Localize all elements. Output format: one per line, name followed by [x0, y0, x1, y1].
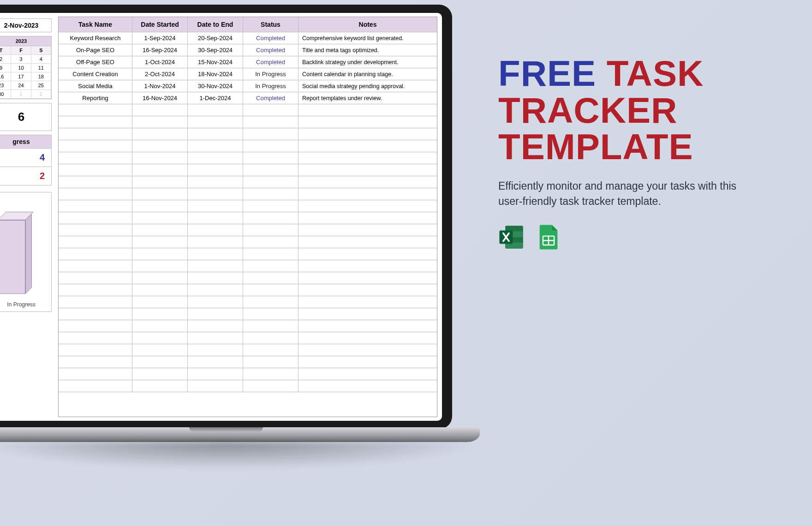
task-cell[interactable]	[188, 188, 243, 200]
task-cell[interactable]	[59, 116, 132, 128]
calendar-day-cell[interactable]: 10	[11, 64, 31, 72]
task-notes-cell[interactable]: Report templates under review.	[299, 92, 437, 104]
task-cell[interactable]	[132, 188, 188, 200]
task-cell[interactable]	[59, 212, 132, 224]
task-cell[interactable]	[243, 320, 299, 332]
task-cell[interactable]	[132, 356, 188, 368]
task-notes-cell[interactable]	[299, 344, 437, 356]
task-cell[interactable]	[243, 248, 299, 260]
task-cell[interactable]	[188, 344, 243, 356]
task-cell[interactable]	[59, 344, 132, 356]
task-cell[interactable]	[188, 332, 243, 344]
task-notes-cell[interactable]: Social media strategy pending approval.	[299, 80, 437, 92]
task-cell[interactable]: 20-Sep-2024	[188, 32, 243, 44]
task-notes-cell[interactable]	[299, 116, 437, 128]
task-cell[interactable]	[59, 368, 132, 380]
calendar-day-cell[interactable]: 30	[0, 90, 11, 99]
task-cell[interactable]: Keyword Research	[59, 32, 132, 44]
task-notes-cell[interactable]	[299, 200, 437, 212]
table-row[interactable]	[59, 308, 437, 320]
table-row[interactable]	[59, 104, 437, 116]
task-cell[interactable]	[243, 200, 299, 212]
task-cell[interactable]	[132, 176, 188, 188]
task-cell[interactable]	[132, 236, 188, 248]
task-cell[interactable]	[243, 128, 299, 140]
task-cell[interactable]	[59, 224, 132, 236]
task-cell[interactable]	[243, 212, 299, 224]
task-cell[interactable]	[59, 332, 132, 344]
task-cell[interactable]: On-Page SEO	[59, 44, 132, 56]
calendar-day-cell[interactable]: 23	[0, 81, 11, 90]
task-cell[interactable]	[132, 200, 188, 212]
task-cell[interactable]	[59, 260, 132, 272]
task-notes-cell[interactable]	[299, 272, 437, 284]
task-cell[interactable]	[59, 188, 132, 200]
table-row[interactable]: Off-Page SEO1-Oct-202415-Nov-2024Complet…	[59, 56, 437, 68]
task-cell[interactable]	[243, 224, 299, 236]
task-cell[interactable]	[188, 320, 243, 332]
task-cell[interactable]	[132, 284, 188, 296]
table-row[interactable]: Content Creation2-Oct-202418-Nov-2024In …	[59, 68, 437, 80]
task-cell[interactable]	[188, 164, 243, 176]
task-notes-cell[interactable]	[299, 188, 437, 200]
task-cell[interactable]	[243, 140, 299, 152]
table-row[interactable]	[59, 128, 437, 140]
task-cell[interactable]	[188, 176, 243, 188]
table-row[interactable]	[59, 152, 437, 164]
task-notes-cell[interactable]	[299, 236, 437, 248]
table-row[interactable]	[59, 356, 437, 368]
table-row[interactable]	[59, 296, 437, 308]
task-notes-cell[interactable]: Title and meta tags optimized.	[299, 44, 437, 56]
task-cell[interactable]	[59, 320, 132, 332]
task-notes-cell[interactable]	[299, 224, 437, 236]
table-row[interactable]	[59, 200, 437, 212]
task-cell[interactable]	[243, 260, 299, 272]
task-cell[interactable]	[188, 368, 243, 380]
table-row[interactable]	[59, 164, 437, 176]
task-cell[interactable]: Completed	[243, 56, 299, 68]
task-cell[interactable]	[132, 332, 188, 344]
task-cell[interactable]	[59, 176, 132, 188]
table-row[interactable]	[59, 212, 437, 224]
task-cell[interactable]	[132, 320, 188, 332]
task-cell[interactable]: 16-Nov-2024	[132, 92, 188, 104]
table-row[interactable]: Reporting16-Nov-20241-Dec-2024CompletedR…	[59, 92, 437, 104]
task-cell[interactable]: 1-Dec-2024	[188, 92, 243, 104]
table-row[interactable]: Keyword Research1-Sep-202420-Sep-2024Com…	[59, 32, 437, 44]
calendar-day-cell[interactable]: 11	[31, 64, 51, 72]
task-cell[interactable]	[188, 308, 243, 320]
task-cell[interactable]	[59, 356, 132, 368]
task-notes-cell[interactable]	[299, 284, 437, 296]
task-notes-cell[interactable]: Content calendar in planning stage.	[299, 68, 437, 80]
task-notes-cell[interactable]: Backlink strategy under development.	[299, 56, 437, 68]
task-notes-cell[interactable]	[299, 368, 437, 380]
task-cell[interactable]: 15-Nov-2024	[188, 56, 243, 68]
task-cell[interactable]	[132, 344, 188, 356]
task-cell[interactable]: 16-Sep-2024	[132, 44, 188, 56]
task-notes-cell[interactable]	[299, 152, 437, 164]
task-cell[interactable]	[59, 164, 132, 176]
task-cell[interactable]	[243, 296, 299, 308]
task-cell[interactable]	[132, 116, 188, 128]
task-notes-cell[interactable]	[299, 164, 437, 176]
task-cell[interactable]	[243, 236, 299, 248]
task-cell[interactable]	[188, 116, 243, 128]
task-notes-cell[interactable]	[299, 356, 437, 368]
task-cell[interactable]	[243, 272, 299, 284]
calendar-day-cell[interactable]: 24	[11, 81, 31, 90]
task-notes-cell[interactable]	[299, 212, 437, 224]
task-cell[interactable]: Reporting	[59, 92, 132, 104]
task-cell[interactable]	[59, 248, 132, 260]
task-cell[interactable]	[243, 116, 299, 128]
task-cell[interactable]	[188, 248, 243, 260]
task-cell[interactable]	[188, 284, 243, 296]
task-cell[interactable]: Off-Page SEO	[59, 56, 132, 68]
table-row[interactable]	[59, 332, 437, 344]
table-row[interactable]	[59, 368, 437, 380]
task-cell[interactable]: 2-Oct-2024	[132, 68, 188, 80]
task-cell[interactable]	[59, 284, 132, 296]
task-cell[interactable]	[132, 380, 188, 392]
task-cell[interactable]: 30-Nov-2024	[188, 80, 243, 92]
task-cell[interactable]: In Progress	[243, 80, 299, 92]
calendar-day-cell[interactable]: 1	[11, 90, 31, 99]
